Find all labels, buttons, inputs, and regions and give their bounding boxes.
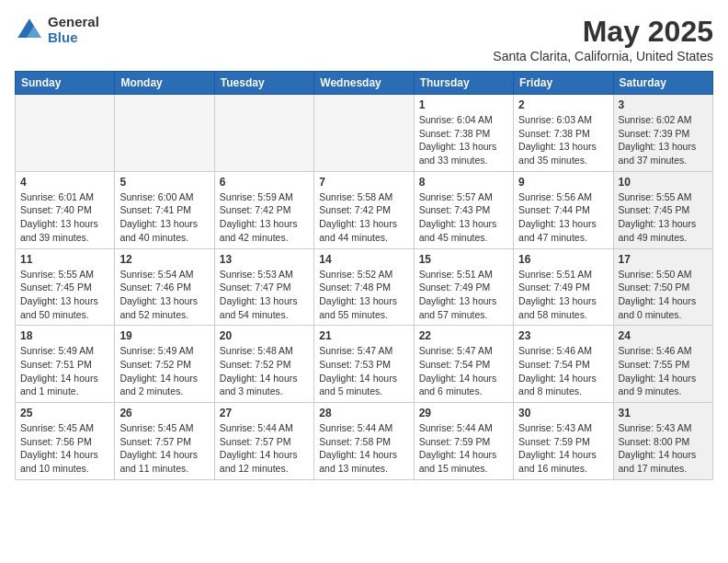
cell-content: Sunrise: 5:55 AMSunset: 7:45 PMDaylight:… <box>619 190 708 245</box>
calendar-cell: 24Sunrise: 5:46 AMSunset: 7:55 PMDayligh… <box>613 326 712 403</box>
calendar-cell: 13Sunrise: 5:53 AMSunset: 7:47 PMDayligh… <box>214 248 313 326</box>
cell-content: Sunrise: 5:58 AMSunset: 7:42 PMDaylight:… <box>319 190 408 245</box>
month-title: May 2025 <box>493 15 713 49</box>
calendar-cell: 18Sunrise: 5:49 AMSunset: 7:51 PMDayligh… <box>16 326 115 403</box>
cell-content: Sunrise: 5:45 AMSunset: 7:57 PMDaylight:… <box>119 421 209 476</box>
cell-content: Sunrise: 5:49 AMSunset: 7:52 PMDaylight:… <box>119 344 209 398</box>
cell-content: Sunrise: 5:55 AMSunset: 7:45 PMDaylight:… <box>20 268 109 322</box>
calendar-cell: 11Sunrise: 5:55 AMSunset: 7:45 PMDayligh… <box>16 248 115 326</box>
cell-content: Sunrise: 5:49 AMSunset: 7:51 PMDaylight:… <box>20 344 109 398</box>
day-number: 28 <box>319 407 408 419</box>
calendar-cell: 25Sunrise: 5:45 AMSunset: 7:56 PMDayligh… <box>16 403 115 480</box>
calendar-cell: 31Sunrise: 5:43 AMSunset: 8:00 PMDayligh… <box>613 403 712 480</box>
cell-content: Sunrise: 6:03 AMSunset: 7:38 PMDaylight:… <box>518 113 608 167</box>
day-number: 17 <box>619 253 708 266</box>
calendar-cell: 6Sunrise: 5:59 AMSunset: 7:42 PMDaylight… <box>214 171 313 248</box>
logo-icon <box>15 16 44 45</box>
calendar-cell: 17Sunrise: 5:50 AMSunset: 7:50 PMDayligh… <box>613 248 712 326</box>
cell-content: Sunrise: 5:51 AMSunset: 7:49 PMDaylight:… <box>419 268 508 322</box>
calendar-cell: 21Sunrise: 5:47 AMSunset: 7:53 PMDayligh… <box>314 326 414 403</box>
calendar-cell: 28Sunrise: 5:44 AMSunset: 7:58 PMDayligh… <box>314 403 414 480</box>
day-header-saturday: Saturday <box>613 72 712 95</box>
cell-content: Sunrise: 5:43 AMSunset: 8:00 PMDaylight:… <box>619 421 708 476</box>
calendar-cell: 29Sunrise: 5:44 AMSunset: 7:59 PMDayligh… <box>414 403 513 480</box>
cell-content: Sunrise: 6:01 AMSunset: 7:40 PMDaylight:… <box>20 190 109 245</box>
calendar-week-2: 4Sunrise: 6:01 AMSunset: 7:40 PMDaylight… <box>16 171 713 248</box>
calendar-week-5: 25Sunrise: 5:45 AMSunset: 7:56 PMDayligh… <box>16 403 713 480</box>
day-number: 27 <box>220 407 309 419</box>
cell-content: Sunrise: 6:00 AMSunset: 7:41 PMDaylight:… <box>119 190 209 245</box>
day-number: 20 <box>220 329 309 342</box>
day-number: 2 <box>518 98 608 111</box>
calendar-cell: 23Sunrise: 5:46 AMSunset: 7:54 PMDayligh… <box>514 326 613 403</box>
calendar-cell: 14Sunrise: 5:52 AMSunset: 7:48 PMDayligh… <box>314 248 414 326</box>
calendar-cell: 27Sunrise: 5:44 AMSunset: 7:57 PMDayligh… <box>214 403 313 480</box>
day-header-thursday: Thursday <box>414 72 513 95</box>
day-number: 4 <box>20 176 109 189</box>
logo-text: General Blue <box>48 15 99 45</box>
day-number: 30 <box>518 407 608 419</box>
day-number: 29 <box>419 407 508 419</box>
cell-content: Sunrise: 5:59 AMSunset: 7:42 PMDaylight:… <box>220 190 309 245</box>
cell-content: Sunrise: 5:53 AMSunset: 7:47 PMDaylight:… <box>220 268 309 322</box>
day-number: 22 <box>419 329 508 342</box>
day-number: 1 <box>419 98 508 111</box>
day-number: 11 <box>20 253 109 266</box>
page-header: General Blue May 2025 Santa Clarita, Cal… <box>15 15 713 63</box>
cell-content: Sunrise: 5:44 AMSunset: 7:57 PMDaylight:… <box>220 421 309 476</box>
calendar-cell <box>115 95 214 172</box>
logo-general-text: General <box>48 15 99 30</box>
calendar-cell: 5Sunrise: 6:00 AMSunset: 7:41 PMDaylight… <box>115 171 214 248</box>
day-header-tuesday: Tuesday <box>214 72 313 95</box>
day-number: 9 <box>518 176 608 189</box>
calendar-header-row: SundayMondayTuesdayWednesdayThursdayFrid… <box>16 72 713 95</box>
day-number: 24 <box>619 329 708 342</box>
calendar-week-1: 1Sunrise: 6:04 AMSunset: 7:38 PMDaylight… <box>16 95 713 172</box>
cell-content: Sunrise: 5:54 AMSunset: 7:46 PMDaylight:… <box>119 268 209 322</box>
day-header-wednesday: Wednesday <box>314 72 414 95</box>
day-number: 14 <box>319 253 408 266</box>
cell-content: Sunrise: 5:52 AMSunset: 7:48 PMDaylight:… <box>319 268 408 322</box>
cell-content: Sunrise: 5:56 AMSunset: 7:44 PMDaylight:… <box>518 190 608 245</box>
calendar-cell: 1Sunrise: 6:04 AMSunset: 7:38 PMDaylight… <box>414 95 513 172</box>
day-number: 12 <box>119 253 209 266</box>
calendar-cell: 12Sunrise: 5:54 AMSunset: 7:46 PMDayligh… <box>115 248 214 326</box>
day-number: 6 <box>220 176 309 189</box>
day-number: 16 <box>518 253 608 266</box>
title-block: May 2025 Santa Clarita, California, Unit… <box>493 15 713 63</box>
day-number: 3 <box>619 98 708 111</box>
calendar-week-3: 11Sunrise: 5:55 AMSunset: 7:45 PMDayligh… <box>16 248 713 326</box>
cell-content: Sunrise: 6:04 AMSunset: 7:38 PMDaylight:… <box>419 113 508 167</box>
cell-content: Sunrise: 6:02 AMSunset: 7:39 PMDaylight:… <box>619 113 708 167</box>
cell-content: Sunrise: 5:46 AMSunset: 7:55 PMDaylight:… <box>619 344 708 398</box>
calendar-cell: 22Sunrise: 5:47 AMSunset: 7:54 PMDayligh… <box>414 326 513 403</box>
calendar-cell: 30Sunrise: 5:43 AMSunset: 7:59 PMDayligh… <box>514 403 613 480</box>
calendar-cell <box>214 95 313 172</box>
day-number: 26 <box>119 407 209 419</box>
calendar-cell: 15Sunrise: 5:51 AMSunset: 7:49 PMDayligh… <box>414 248 513 326</box>
cell-content: Sunrise: 5:51 AMSunset: 7:49 PMDaylight:… <box>518 268 608 322</box>
day-number: 8 <box>419 176 508 189</box>
day-header-friday: Friday <box>514 72 613 95</box>
day-number: 5 <box>119 176 209 189</box>
calendar-cell: 3Sunrise: 6:02 AMSunset: 7:39 PMDaylight… <box>613 95 712 172</box>
logo-blue-text: Blue <box>48 30 99 46</box>
day-number: 15 <box>419 253 508 266</box>
calendar-cell <box>16 95 115 172</box>
day-number: 19 <box>119 329 209 342</box>
calendar-week-4: 18Sunrise: 5:49 AMSunset: 7:51 PMDayligh… <box>16 326 713 403</box>
cell-content: Sunrise: 5:47 AMSunset: 7:53 PMDaylight:… <box>319 344 408 398</box>
day-number: 7 <box>319 176 408 189</box>
location-subtitle: Santa Clarita, California, United States <box>493 49 713 63</box>
day-header-monday: Monday <box>115 72 214 95</box>
calendar-cell: 26Sunrise: 5:45 AMSunset: 7:57 PMDayligh… <box>115 403 214 480</box>
day-number: 13 <box>220 253 309 266</box>
calendar-cell: 7Sunrise: 5:58 AMSunset: 7:42 PMDaylight… <box>314 171 414 248</box>
cell-content: Sunrise: 5:47 AMSunset: 7:54 PMDaylight:… <box>419 344 508 398</box>
cell-content: Sunrise: 5:57 AMSunset: 7:43 PMDaylight:… <box>419 190 508 245</box>
day-number: 21 <box>319 329 408 342</box>
cell-content: Sunrise: 5:45 AMSunset: 7:56 PMDaylight:… <box>20 421 109 476</box>
calendar-cell: 4Sunrise: 6:01 AMSunset: 7:40 PMDaylight… <box>16 171 115 248</box>
calendar-cell: 10Sunrise: 5:55 AMSunset: 7:45 PMDayligh… <box>613 171 712 248</box>
day-number: 23 <box>518 329 608 342</box>
